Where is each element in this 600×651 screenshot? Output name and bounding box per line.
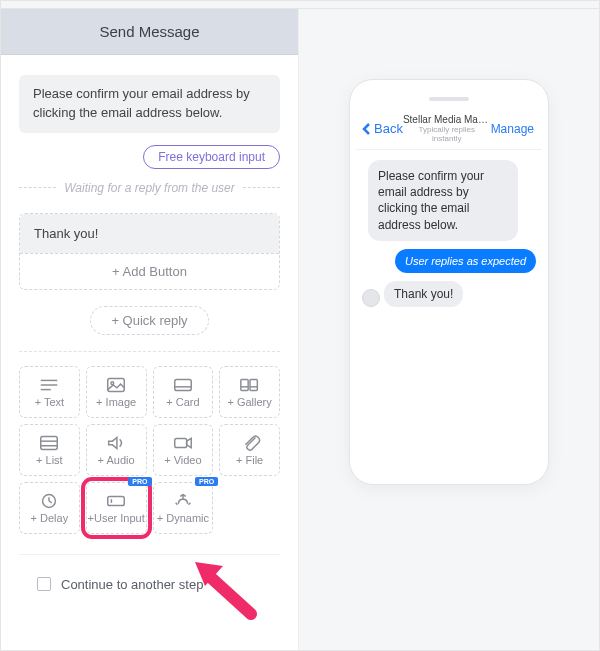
waiting-divider: Waiting for a reply from the user [19,181,280,195]
block-image-label: + Image [96,396,136,408]
preview-panel: Back Stellar Media Marketi... › Typicall… [299,9,599,650]
thankyou-card[interactable]: Thank you! + Add Button [19,213,280,290]
file-icon [239,434,261,452]
content-blocks-grid: + Text + Image + Card + Gallery + List [19,351,280,534]
pro-badge: PRO [195,477,218,486]
block-file-label: + File [236,454,263,466]
back-button[interactable]: Back [360,121,403,136]
delay-icon [38,492,60,510]
video-icon [172,434,194,452]
image-icon [105,376,127,394]
add-button[interactable]: + Add Button [20,253,279,289]
page-title-group[interactable]: Stellar Media Marketi... › Typically rep… [403,114,491,143]
svg-rect-14 [175,438,187,447]
back-label: Back [374,121,403,136]
block-video[interactable]: + Video [153,424,214,476]
block-delay-label: + Delay [31,512,69,524]
block-user-input[interactable]: PRO +User Input [86,482,147,534]
svg-rect-5 [175,379,192,390]
dynamic-icon [172,492,194,510]
confirm-message-bubble[interactable]: Please confirm your email address by cli… [19,75,280,133]
card-icon [172,376,194,394]
block-text[interactable]: + Text [19,366,80,418]
block-card[interactable]: + Card [153,366,214,418]
block-audio-label: + Audio [98,454,135,466]
text-icon [38,376,60,394]
block-file[interactable]: + File [219,424,280,476]
preview-msg-incoming-2: Thank you! [384,281,463,307]
panel-title: Send Message [1,9,298,55]
pro-badge: PRO [128,477,151,486]
add-quick-reply-button[interactable]: + Quick reply [90,306,208,335]
page-name: Stellar Media Marketi... [403,114,491,125]
avatar [362,289,380,307]
block-user-input-label: +User Input [88,512,145,524]
gallery-icon [239,376,261,394]
block-delay[interactable]: + Delay [19,482,80,534]
block-card-label: + Card [166,396,199,408]
free-keyboard-input-chip[interactable]: Free keyboard input [143,145,280,169]
audio-icon [105,434,127,452]
continue-label: Continue to another step [61,577,203,592]
continue-row: Continue to another step [19,554,280,614]
block-video-label: + Video [164,454,201,466]
phone-header: Back Stellar Media Marketi... › Typicall… [356,112,542,150]
svg-rect-18 [108,496,125,505]
phone-body: Please confirm your email address by cli… [356,150,542,478]
block-gallery[interactable]: + Gallery [219,366,280,418]
chevron-left-icon [360,122,374,136]
block-list[interactable]: + List [19,424,80,476]
phone-hardware-top [356,86,542,112]
window-top-strip [1,1,599,9]
svg-line-17 [49,501,52,503]
preview-msg-incoming: Please confirm your email address by cli… [368,160,518,241]
waiting-divider-label: Waiting for a reply from the user [64,181,235,195]
speaker-slot [429,97,469,101]
preview-msg-outgoing: User replies as expected [395,249,536,273]
phone-frame: Back Stellar Media Marketi... › Typicall… [349,79,549,485]
page-subtitle: Typically replies instantly [403,125,491,143]
thankyou-text[interactable]: Thank you! [20,214,279,253]
editor-panel: Send Message Please confirm your email a… [1,9,299,650]
block-gallery-label: + Gallery [227,396,271,408]
block-audio[interactable]: + Audio [86,424,147,476]
block-dynamic[interactable]: PRO + Dynamic [153,482,214,534]
svg-rect-11 [41,436,58,449]
user-input-icon [105,492,127,510]
manage-link[interactable]: Manage [491,122,534,136]
svg-rect-8 [250,379,257,390]
block-list-label: + List [36,454,63,466]
continue-checkbox[interactable] [37,577,51,591]
svg-rect-7 [240,379,247,390]
list-icon [38,434,60,452]
block-dynamic-label: + Dynamic [157,512,209,524]
block-image[interactable]: + Image [86,366,147,418]
block-text-label: + Text [35,396,64,408]
